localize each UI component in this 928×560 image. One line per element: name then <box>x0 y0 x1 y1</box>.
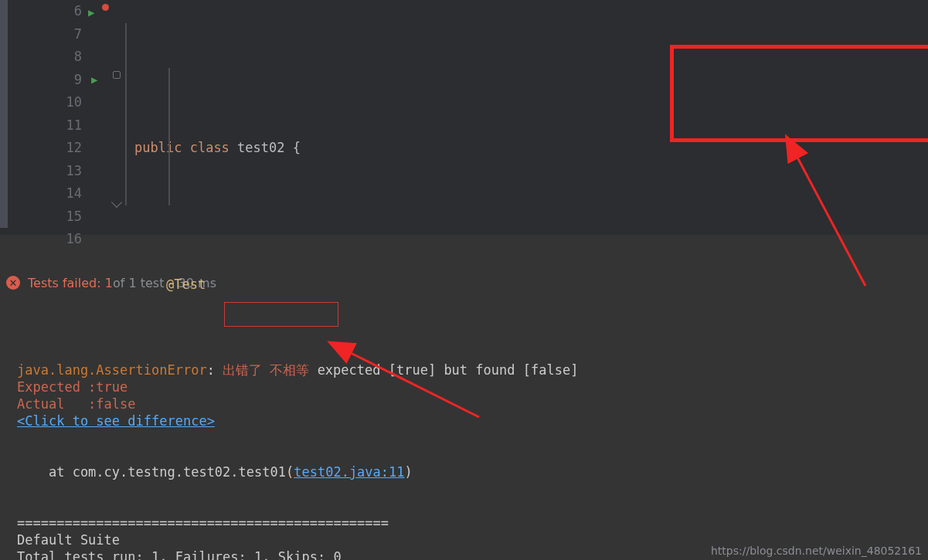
fold-icon[interactable] <box>113 71 121 79</box>
exception-message: 出错了 不相等 <box>223 362 309 378</box>
line-number: 15 <box>42 205 82 229</box>
marker-gutter <box>0 0 42 235</box>
fold-close-icon[interactable] <box>111 197 122 208</box>
line-number: 14 <box>42 182 82 205</box>
line-number-gutter: 6 7 8 9 10 11 12 13 14 15 16 <box>42 0 88 235</box>
expected-line: Expected :true <box>17 379 127 395</box>
code-line <box>125 205 928 229</box>
line-number: 10 <box>42 91 82 114</box>
diff-link[interactable]: <Click to see difference> <box>17 413 215 429</box>
totals-line: Total tests run: 1, Failures: 1, Skips: … <box>17 549 342 560</box>
line-number: 9 <box>42 69 82 92</box>
highlight-box <box>224 302 338 327</box>
line-number: 8 <box>42 46 82 69</box>
actual-line: Actual :false <box>17 396 136 412</box>
code-area[interactable]: public class test02 { @Test public void … <box>125 0 928 235</box>
line-number: 7 <box>42 23 82 46</box>
line-number: 12 <box>42 137 82 160</box>
gutter-strip <box>0 0 8 228</box>
breakpoint-icon[interactable] <box>102 4 109 11</box>
line-number: 11 <box>42 114 82 137</box>
code-line: @Test <box>125 273 928 297</box>
fail-icon: ✕ <box>6 276 20 290</box>
line-number: 13 <box>42 160 82 183</box>
suite-name: Default Suite <box>17 532 120 548</box>
line-number: 16 <box>42 228 82 251</box>
code-editor[interactable]: 6 7 8 9 10 11 12 13 14 15 16 ▶ ▶ public … <box>0 0 928 235</box>
highlight-box <box>670 45 928 142</box>
code-line: public class test02 { <box>125 137 928 160</box>
line-number: 6 <box>42 0 82 23</box>
test-fail-count: Tests failed: 1 <box>28 276 113 290</box>
exception-name: java.lang.AssertionError <box>17 362 207 378</box>
icon-gutter: ▶ ▶ <box>88 0 125 235</box>
console-output[interactable]: java.lang.AssertionError: 出错了 不相等 expect… <box>0 295 928 560</box>
watermark: https://blog.csdn.net/weixin_48052161 <box>711 545 922 557</box>
stacktrace-link[interactable]: test02.java:11 <box>294 464 404 480</box>
run-icon[interactable]: ▶ <box>91 69 97 92</box>
indent-guide <box>168 68 170 205</box>
indent-guide <box>125 23 127 205</box>
run-icon[interactable]: ▶ <box>88 2 94 25</box>
